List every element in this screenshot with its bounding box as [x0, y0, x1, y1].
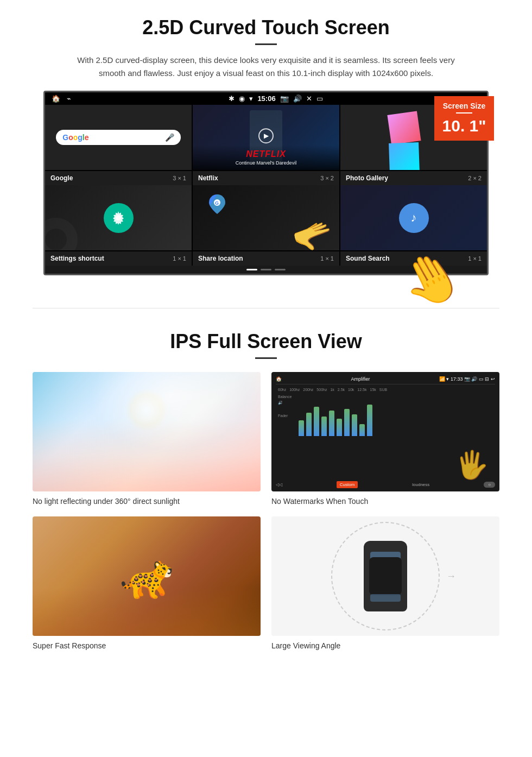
feature-img-fast-response: 🐆	[33, 516, 261, 636]
home-icon[interactable]: 🏠	[52, 94, 60, 103]
badge-size: 10. 1"	[442, 117, 486, 135]
sky-image	[33, 372, 261, 491]
car-image: →	[271, 516, 499, 636]
label-netflix: Netflix 3 × 2	[193, 171, 339, 185]
amp-bar-6[interactable]	[337, 419, 342, 436]
settings-grid-size: 1 × 1	[173, 255, 186, 262]
status-bar: 🏠 ⌁ ✱ ◉ ▾ 15:06 📷 🔊 ✕ ▭	[45, 92, 487, 105]
cheetah-image: 🐆	[33, 516, 261, 636]
feature-caption-no-watermarks: No Watermarks When Touch	[271, 497, 499, 506]
label-photo-gallery: Photo Gallery 2 × 2	[340, 171, 487, 185]
play-button[interactable]: ▶	[258, 128, 274, 143]
svg-text:G: G	[215, 200, 219, 206]
car-rear-window	[370, 594, 401, 602]
feature-caption-large-angle: Large Viewing Angle	[271, 641, 499, 650]
amp-title: Amplifier	[351, 376, 370, 382]
label-settings: Settings shortcut 1 × 1	[45, 251, 192, 266]
netflix-thumbnail: ▶ NETFLIX Continue Marvel's Daredevil	[193, 105, 339, 170]
app-cell-share-location[interactable]: G 🫳	[193, 185, 339, 250]
amp-bar-10[interactable]	[367, 405, 372, 436]
hand-on-screen-icon: 🖐️	[455, 449, 489, 481]
google-logo: Google	[62, 133, 88, 142]
camera-icon: 📷	[280, 94, 289, 103]
custom-button[interactable]: Custom	[337, 481, 358, 488]
app-grid-row1: Google 🎤 ▶ NET	[45, 105, 487, 171]
settings-app-name: Settings shortcut	[50, 255, 104, 262]
hand-pointing-icon: 🫳	[288, 211, 339, 250]
status-time: 15:06	[257, 94, 275, 103]
music-icon-circle: ♪	[399, 203, 429, 233]
viewing-angle-arrow: →	[446, 571, 456, 582]
netflix-grid-size: 3 × 2	[320, 175, 334, 181]
sound-search-thumbnail: ♪	[340, 185, 487, 250]
amp-equalizer-bars	[296, 395, 493, 438]
app-labels-row1: Google 3 × 1 Netflix 3 × 2 Photo Gallery…	[45, 171, 487, 185]
badge-underline	[456, 112, 472, 113]
section-ips-view: IPS Full Screen View No light reflecting…	[0, 325, 532, 666]
amp-bar-7[interactable]	[344, 409, 350, 436]
feature-caption-fast-response: Super Fast Response	[33, 641, 261, 650]
google-thumbnail: Google 🎤	[45, 105, 192, 170]
android-screen: 🏠 ⌁ ✱ ◉ ▾ 15:06 📷 🔊 ✕ ▭	[43, 91, 489, 275]
sound-search-app-name: Sound Search	[346, 255, 390, 262]
feature-no-watermarks: 🏠 Amplifier 📶 ▾ 17:33 📷 🔊 ▭ ⊟ ↩ 60hz100h…	[271, 372, 499, 506]
gear-icon	[110, 210, 126, 226]
amp-bar-9[interactable]	[359, 424, 365, 436]
music-note-icon: ♪	[411, 211, 417, 225]
amp-bar-1[interactable]	[299, 420, 304, 436]
page-dot-3	[275, 269, 286, 270]
amp-home-icon: 🏠	[276, 376, 282, 382]
settings-icon-circle	[104, 203, 134, 233]
section1-description: With 2.5D curved-display screen, this de…	[76, 54, 456, 80]
device-mockup: Screen Size 10. 1" 🏠 ⌁ ✱ ◉ ▾ 15:06 📷 🔊 ✕	[43, 91, 489, 275]
app-cell-google[interactable]: Google 🎤	[45, 105, 192, 170]
feature-no-light: No light reflecting under 360° direct su…	[33, 372, 261, 506]
section2-title: IPS Full Screen View	[33, 330, 499, 353]
badge-label: Screen Size	[442, 102, 486, 110]
amp-bar-2[interactable]	[306, 413, 312, 436]
amp-bar-8[interactable]	[352, 414, 357, 436]
google-grid-size: 3 × 1	[173, 175, 186, 181]
car-top-view	[364, 541, 407, 611]
photo-gallery-app-name: Photo Gallery	[346, 174, 388, 182]
title-underline-2	[255, 357, 277, 359]
amp-bar-3[interactable]	[314, 407, 319, 436]
google-search-bar[interactable]: Google 🎤	[56, 130, 181, 145]
app-cell-netflix[interactable]: ▶ NETFLIX Continue Marvel's Daredevil	[193, 105, 339, 170]
photo-card-2	[389, 142, 420, 170]
amp-bar-5[interactable]	[329, 411, 334, 436]
photo-card-1	[387, 111, 421, 144]
car-roof	[369, 557, 402, 595]
hand-touch-icon: 🤚	[390, 239, 471, 319]
loudness-toggle[interactable]: ○	[484, 482, 495, 488]
bluetooth-icon: ✱	[229, 94, 235, 103]
netflix-logo: NETFLIX	[197, 149, 335, 159]
signal-icon: ✕	[306, 94, 312, 103]
photo-gallery-grid-size: 2 × 2	[468, 175, 482, 181]
feature-large-angle: → Large Viewing Angle	[271, 516, 499, 650]
app-cell-settings[interactable]	[45, 185, 192, 250]
netflix-overlay: NETFLIX Continue Marvel's Daredevil	[193, 145, 339, 170]
feature-img-no-light	[33, 372, 261, 491]
share-location-app-name: Share location	[198, 255, 243, 262]
status-left-icons: 🏠 ⌁	[52, 94, 71, 103]
section-curved-screen: 2.5D Curved Touch Screen With 2.5D curve…	[0, 0, 532, 286]
screen-size-badge: Screen Size 10. 1"	[434, 96, 494, 141]
amp-bar-4[interactable]	[321, 417, 327, 436]
feature-img-large-angle: →	[271, 516, 499, 636]
mic-icon[interactable]: 🎤	[165, 133, 174, 142]
sound-search-grid-size: 1 × 1	[468, 255, 482, 262]
netflix-app-name: Netflix	[198, 174, 218, 182]
feature-caption-no-light: No light reflecting under 360° direct su…	[33, 497, 261, 506]
title-underline	[255, 43, 277, 45]
netflix-subtitle: Continue Marvel's Daredevil	[197, 160, 335, 166]
settings-thumbnail	[45, 185, 192, 250]
volume-icon: 🔊	[293, 94, 302, 103]
hand-touch-decoration: 🤚	[401, 251, 461, 308]
amp-icons: 📶 ▾ 17:33 📷 🔊 ▭ ⊟ ↩	[439, 376, 495, 382]
app-cell-sound-search[interactable]: ♪	[340, 185, 487, 250]
section1-title: 2.5D Curved Touch Screen	[33, 16, 499, 39]
google-maps-icon: G	[206, 193, 228, 215]
usb-icon: ⌁	[67, 94, 71, 103]
app-grid-row2: G 🫳 ♪	[45, 185, 487, 251]
